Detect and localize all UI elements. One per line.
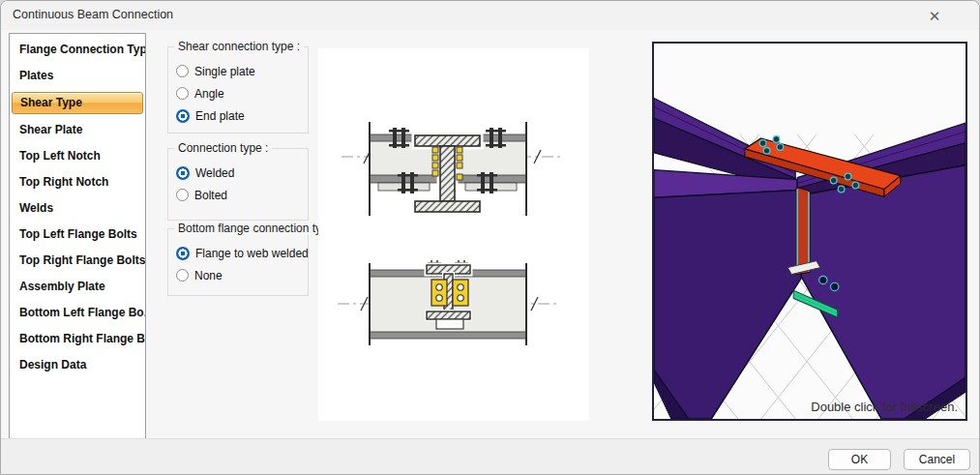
ok-button[interactable]: OK	[828, 449, 891, 470]
sidebar-list: Flange Connection TypePlatesShear TypeSh…	[9, 33, 146, 440]
fullscreen-hint-text: Double click for fullscreen.	[811, 400, 958, 414]
sidebar-item[interactable]: Assembly Plate	[10, 274, 145, 300]
continuous-beam-connection-dialog: Continuous Beam Connection ✕ Flange Conn…	[0, 0, 980, 475]
radio-label: Welded	[195, 166, 234, 180]
cancel-button[interactable]: Cancel	[904, 449, 970, 470]
options-column: Shear connection type :Single plateAngle…	[167, 40, 312, 296]
radio-option[interactable]: Welded	[168, 162, 308, 184]
side-view-drawing	[338, 260, 560, 345]
radio-option[interactable]: None	[168, 264, 308, 286]
sidebar-item[interactable]: Top Left Flange Bolts	[10, 222, 145, 248]
sidebar-item-selected[interactable]: Shear Type	[12, 92, 143, 114]
radio-unselected-icon[interactable]	[176, 65, 189, 77]
radio-unselected-icon[interactable]	[176, 189, 189, 201]
sidebar-item[interactable]: Flange Connection Type	[10, 37, 145, 63]
title-bar: Continuous Beam Connection ✕	[1, 1, 979, 30]
radio-label: Single plate	[194, 65, 255, 78]
window-title: Continuous Beam Connection	[13, 8, 173, 21]
sidebar-item[interactable]: Bottom Left Flange Bo...	[10, 300, 145, 326]
section-view-drawing	[342, 122, 562, 216]
radio-selected-icon[interactable]	[176, 247, 190, 260]
radio-label: Flange to web welded	[195, 247, 309, 260]
radio-selected-icon[interactable]	[176, 166, 190, 180]
sidebar-item[interactable]: Design Data	[10, 352, 145, 378]
option-group: Connection type :WeldedBolted	[167, 148, 309, 221]
radio-option[interactable]: Flange to web welded	[168, 242, 308, 264]
option-group: Shear connection type :Single plateAngle…	[167, 46, 309, 134]
group-label: Connection type :	[174, 141, 272, 155]
option-group: Bottom flange connection type :Flange to…	[167, 228, 309, 296]
radio-option[interactable]: End plate	[168, 104, 308, 127]
radio-label: Bolted	[194, 189, 227, 202]
sidebar-item[interactable]: Welds	[10, 195, 145, 222]
radio-option[interactable]: Angle	[168, 82, 308, 104]
sidebar-item[interactable]: Plates	[10, 63, 145, 89]
radio-option[interactable]: Single plate	[168, 60, 308, 82]
radio-label: Angle	[194, 87, 224, 101]
close-icon[interactable]: ✕	[925, 7, 944, 26]
radio-unselected-icon[interactable]	[176, 269, 189, 282]
sidebar-item[interactable]: Shear Plate	[10, 117, 145, 143]
3d-preview-panel[interactable]: Double click for fullscreen.	[652, 42, 967, 421]
sidebar-item[interactable]: Top Left Notch	[10, 143, 145, 169]
3d-model-view	[654, 44, 965, 419]
radio-selected-icon[interactable]	[176, 109, 190, 123]
sidebar-item[interactable]: Bottom Right Flange B...	[10, 326, 145, 352]
technical-drawing	[318, 48, 589, 421]
radio-label: None	[194, 269, 223, 282]
sidebar-item[interactable]: Top Right Flange Bolts	[10, 248, 145, 274]
technical-drawing-panel	[318, 48, 589, 421]
radio-option[interactable]: Bolted	[168, 184, 308, 206]
radio-unselected-icon[interactable]	[176, 87, 189, 100]
sidebar-item[interactable]: Top Right Notch	[10, 169, 145, 195]
group-label: Shear connection type :	[174, 40, 304, 53]
radio-label: End plate	[195, 109, 245, 123]
